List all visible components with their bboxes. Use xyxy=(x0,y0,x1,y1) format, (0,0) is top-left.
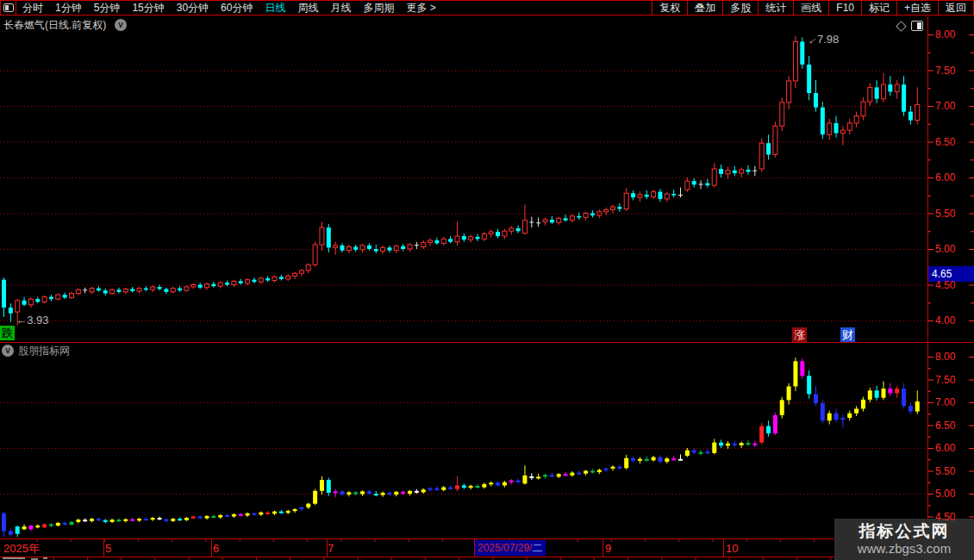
main-y-axis-label: 4.00 xyxy=(935,314,955,327)
main-y-axis-label: 7.50 xyxy=(935,65,955,77)
indicator-panel-title: 股朋指标网 xyxy=(18,345,70,358)
layout-icon xyxy=(911,21,923,31)
high-price-annotation: ←7.98 xyxy=(806,33,839,46)
selected-date-tag[interactable]: 2025/07/29/二 xyxy=(475,540,546,556)
selected-weekday-text: 二 xyxy=(532,542,542,554)
period-tab-5分钟[interactable]: 5分钟 xyxy=(88,1,127,16)
indicator-y-axis-label: 5.00 xyxy=(935,488,955,500)
watermark-url: www.zbgs3.com xyxy=(858,541,951,557)
low-price-annotation: ←3.93 xyxy=(16,314,48,327)
time-axis-label: 7 xyxy=(328,542,334,556)
indicator-y-axis-label: 5.50 xyxy=(935,465,955,477)
indicator-y-axis-label: 6.00 xyxy=(935,442,955,454)
watermark: 指标公式网 www.zbgs3.com xyxy=(834,519,974,560)
tool-button-返回[interactable]: 返回 xyxy=(938,1,973,15)
time-axis-label: 6 xyxy=(213,542,219,556)
main-y-axis-label: 6.00 xyxy=(935,171,955,184)
main-y-axis-label: 4.50 xyxy=(935,279,955,291)
main-chart-title: 长春燃气(日线.前复权) xyxy=(3,19,106,32)
event-badge-up[interactable]: 涨 xyxy=(792,327,807,342)
period-tab-月线[interactable]: 月线 xyxy=(324,1,357,16)
time-axis-label: 5 xyxy=(105,542,111,556)
tool-button-画线[interactable]: 画线 xyxy=(793,1,828,15)
indicator-collapse-icon[interactable]: v xyxy=(2,345,14,357)
tool-button-复权[interactable]: 复权 xyxy=(652,1,687,15)
selected-date-text: 2025/07/29/ xyxy=(478,542,532,554)
period-tab-1分钟[interactable]: 1分钟 xyxy=(49,1,88,16)
tool-button-多股[interactable]: 多股 xyxy=(722,1,758,15)
event-badge-finance[interactable]: 财 xyxy=(840,327,855,342)
main-chart-area[interactable] xyxy=(0,16,927,342)
sidebar-toggle-icon xyxy=(3,3,14,12)
indicator-chart-area[interactable] xyxy=(0,343,927,538)
period-tab-周线[interactable]: 周线 xyxy=(291,1,324,16)
indicator-y-axis-label: 7.00 xyxy=(935,396,955,408)
tool-button-F10[interactable]: F10 xyxy=(828,1,861,15)
main-title-collapse-icon[interactable]: v xyxy=(115,19,127,31)
cutoff-text-fragment xyxy=(3,557,25,559)
main-y-axis-label: 7.00 xyxy=(935,100,955,112)
main-y-axis-label: 5.50 xyxy=(935,208,955,220)
panel-toggle-button[interactable] xyxy=(0,1,16,15)
tools-menu: 复权叠加多股统计画线F10标记+自选返回 xyxy=(652,1,974,15)
time-axis-label: 9 xyxy=(605,542,611,556)
period-tab-分时[interactable]: 分时 xyxy=(16,1,49,16)
time-axis-label: 2025年 xyxy=(3,542,40,556)
tool-button-叠加[interactable]: 叠加 xyxy=(687,1,722,15)
tool-button-标记[interactable]: 标记 xyxy=(861,1,896,15)
period-tab-30分钟[interactable]: 30分钟 xyxy=(171,1,215,16)
period-tab-日线[interactable]: 日线 xyxy=(259,1,291,16)
layout-switch-button[interactable] xyxy=(911,21,923,31)
main-y-axis-label: 8.00 xyxy=(935,28,955,40)
cutoff-text-fragment xyxy=(43,557,47,559)
indicator-y-axis-label: 8.00 xyxy=(935,351,955,363)
indicator-y-axis-label: 4.50 xyxy=(935,511,955,523)
main-y-axis-label: 5.00 xyxy=(935,243,955,255)
period-menu: 分时1分钟5分钟15分钟30分钟60分钟日线周线月线多周期更多 > xyxy=(16,1,442,15)
main-y-axis-label: 6.50 xyxy=(935,136,955,148)
tool-button-统计[interactable]: 统计 xyxy=(758,1,793,15)
period-tab-15分钟[interactable]: 15分钟 xyxy=(126,1,170,16)
trading-app-screen: 分时1分钟5分钟15分钟30分钟60分钟日线周线月线多周期更多 > 复权叠加多股… xyxy=(0,0,974,560)
tool-button-+自选[interactable]: +自选 xyxy=(896,1,938,15)
watermark-title: 指标公式网 xyxy=(859,522,950,541)
indicator-y-axis-label: 6.50 xyxy=(935,420,955,432)
period-tab-更多 >[interactable]: 更多 > xyxy=(400,1,441,16)
period-tab-多周期[interactable]: 多周期 xyxy=(357,1,400,16)
indicator-y-axis-label: 7.50 xyxy=(935,374,955,386)
event-badge-down[interactable]: 跌 xyxy=(0,326,15,340)
top-toolbar: 分时1分钟5分钟15分钟30分钟60分钟日线周线月线多周期更多 > 复权叠加多股… xyxy=(0,0,974,16)
period-tab-60分钟[interactable]: 60分钟 xyxy=(215,1,259,16)
time-axis-label: 10 xyxy=(726,542,738,556)
